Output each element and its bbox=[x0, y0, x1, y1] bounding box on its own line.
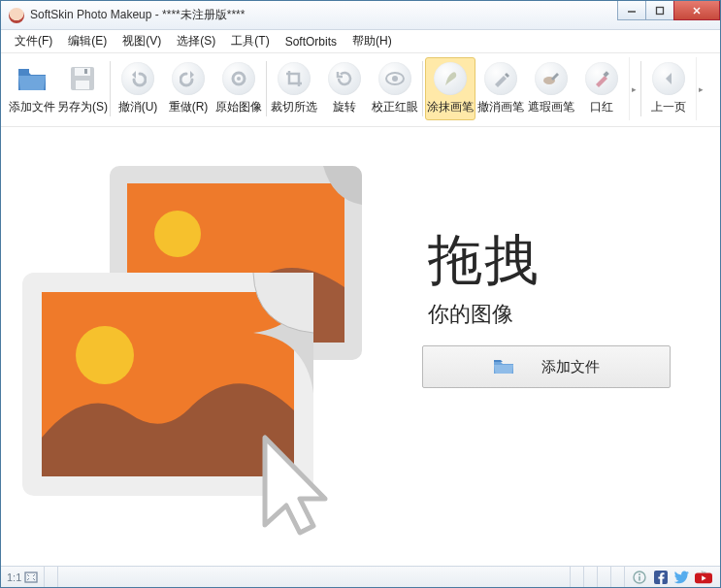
tb-original[interactable]: 原始图像 bbox=[213, 57, 264, 120]
svg-text:You: You bbox=[702, 571, 706, 574]
tb-concealer-label: 遮瑕画笔 bbox=[528, 99, 574, 115]
menu-help[interactable]: 帮助(H) bbox=[346, 31, 398, 51]
lipstick-icon bbox=[585, 62, 618, 95]
tb-lipstick[interactable]: 口红 bbox=[576, 57, 627, 120]
menu-select[interactable]: 选择(S) bbox=[171, 31, 221, 51]
redeye-icon bbox=[378, 62, 411, 95]
menu-edit[interactable]: 编辑(E) bbox=[62, 31, 113, 51]
facebook-icon[interactable] bbox=[652, 569, 670, 586]
svg-rect-4 bbox=[18, 69, 29, 73]
tb-lipstick-label: 口红 bbox=[590, 99, 613, 115]
svg-point-10 bbox=[237, 77, 241, 81]
svg-point-20 bbox=[76, 326, 134, 384]
fit-screen-icon bbox=[24, 572, 38, 583]
menu-file[interactable]: 文件(F) bbox=[9, 31, 58, 51]
tb-prev-page[interactable]: 上一页 bbox=[643, 57, 694, 120]
drop-illustration bbox=[22, 166, 401, 535]
svg-point-12 bbox=[392, 76, 398, 82]
drag-title: 拖拽 bbox=[428, 224, 541, 298]
svg-rect-21 bbox=[25, 572, 37, 582]
concealer-brush-icon bbox=[535, 62, 568, 95]
undo-icon bbox=[121, 62, 154, 95]
tb-crop-label: 裁切所选 bbox=[271, 99, 317, 115]
app-icon bbox=[9, 8, 24, 23]
menu-view[interactable]: 视图(V) bbox=[116, 31, 167, 51]
tb-prev-label: 上一页 bbox=[651, 99, 686, 115]
tb-redo-label: 重做(R) bbox=[169, 99, 209, 115]
menubar: 文件(F) 编辑(E) 视图(V) 选择(S) 工具(T) SoftOrbits… bbox=[1, 30, 720, 53]
titlebar: SoftSkin Photo Makeup - ****未注册版**** bbox=[1, 1, 720, 30]
toolbar-overflow-1[interactable]: ▸ bbox=[629, 57, 639, 120]
original-image-icon bbox=[222, 62, 255, 95]
svg-point-24 bbox=[639, 573, 640, 575]
tb-undo-brush-label: 撤消画笔 bbox=[477, 99, 524, 115]
tb-add-file-label: 添加文件 bbox=[9, 99, 55, 115]
redo-icon bbox=[172, 62, 205, 95]
zoom-label[interactable]: 1:1 bbox=[1, 567, 45, 587]
tb-save-as-label: 另存为(S) bbox=[57, 99, 108, 115]
tb-rotate[interactable]: 旋转 bbox=[319, 57, 370, 120]
prev-page-icon bbox=[652, 62, 685, 95]
svg-rect-6 bbox=[75, 68, 90, 76]
tb-undo-label: 撤消(U) bbox=[118, 99, 158, 115]
add-files-button[interactable]: 添加文件 bbox=[422, 345, 671, 388]
tb-concealer-brush[interactable]: 遮瑕画笔 bbox=[526, 57, 576, 120]
svg-rect-1 bbox=[657, 7, 664, 14]
toolbar-overflow-2[interactable]: ▸ bbox=[696, 57, 705, 120]
crop-icon bbox=[278, 62, 311, 95]
save-icon bbox=[66, 62, 99, 95]
rotate-icon bbox=[328, 62, 361, 95]
close-button[interactable] bbox=[673, 1, 720, 20]
svg-rect-8 bbox=[84, 69, 87, 74]
smudge-brush-icon bbox=[434, 62, 467, 95]
folder-icon bbox=[493, 359, 514, 375]
content-area[interactable]: 拖拽 你的图像 添加文件 bbox=[1, 127, 720, 566]
tb-redo[interactable]: 重做(R) bbox=[163, 57, 213, 120]
tb-crop[interactable]: 裁切所选 bbox=[269, 57, 319, 120]
svg-point-17 bbox=[154, 211, 201, 257]
twitter-icon[interactable] bbox=[673, 569, 691, 586]
tb-original-label: 原始图像 bbox=[215, 99, 262, 115]
info-icon[interactable] bbox=[631, 569, 648, 586]
menu-softorbits[interactable]: SoftOrbits bbox=[279, 33, 343, 50]
statusbar: 1:1 You bbox=[1, 566, 720, 587]
tb-undo[interactable]: 撤消(U) bbox=[113, 57, 163, 120]
tb-rotate-label: 旋转 bbox=[333, 99, 356, 115]
undo-brush-icon bbox=[484, 62, 517, 95]
toolbar: 添加文件 另存为(S) 撤消(U) 重做(R) 原始图像 bbox=[1, 53, 720, 127]
tb-smudge-label: 涂抹画笔 bbox=[427, 99, 474, 115]
svg-rect-7 bbox=[76, 81, 89, 89]
minimize-button[interactable] bbox=[617, 1, 646, 20]
tb-smudge-brush[interactable]: 涂抹画笔 bbox=[425, 57, 475, 120]
add-files-button-label: 添加文件 bbox=[541, 358, 600, 376]
youtube-icon[interactable]: You bbox=[695, 569, 712, 586]
tb-redeye[interactable]: 校正红眼 bbox=[370, 57, 420, 120]
maximize-button[interactable] bbox=[645, 1, 674, 20]
tb-save-as[interactable]: 另存为(S) bbox=[57, 57, 108, 120]
window-title: SoftSkin Photo Makeup - ****未注册版**** bbox=[30, 7, 618, 23]
tb-undo-brush[interactable]: 撤消画笔 bbox=[475, 57, 526, 120]
tb-add-file[interactable]: 添加文件 bbox=[7, 57, 57, 120]
drag-subtitle: 你的图像 bbox=[428, 300, 513, 329]
svg-rect-23 bbox=[639, 576, 640, 581]
menu-tools[interactable]: 工具(T) bbox=[225, 31, 275, 51]
add-file-icon bbox=[16, 62, 49, 95]
tb-redeye-label: 校正红眼 bbox=[372, 99, 418, 115]
